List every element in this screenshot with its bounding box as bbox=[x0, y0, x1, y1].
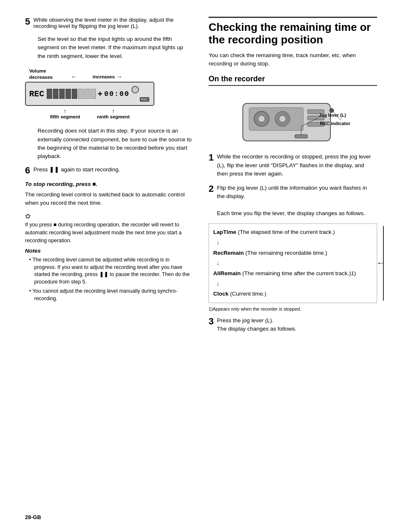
tip-text: If you press ■ during recording operatio… bbox=[25, 221, 192, 244]
step-6-content: Press ❚❚ again to start recording. bbox=[33, 166, 120, 173]
display-item-allremain: AllRemain (The remaining time after the … bbox=[213, 269, 364, 279]
ninth-segment-label-group: ↑ ninth segment bbox=[97, 108, 130, 119]
right-step-3-text1: Press the jog lever (L). bbox=[217, 317, 274, 324]
right-step-1-text: While the recorder is recording or stopp… bbox=[217, 153, 373, 178]
step-6-number: 6 bbox=[25, 166, 30, 176]
seg-2 bbox=[53, 89, 58, 99]
seg-6 bbox=[78, 89, 83, 99]
seg-7 bbox=[84, 89, 90, 99]
seg-4 bbox=[65, 89, 71, 99]
right-step-3-content: Press the jog lever (L). The display cha… bbox=[217, 316, 373, 334]
arrow-down-2: ↓ bbox=[217, 258, 364, 269]
recorder-diagram-container: Jog lever (L) REC indicator bbox=[209, 91, 377, 149]
arrow-down-3: ↓ bbox=[217, 279, 364, 289]
left-column: 5 While observing the level meter in the… bbox=[25, 17, 200, 339]
arrow-up-ninth: ↑ bbox=[112, 108, 115, 114]
clock-term: Clock bbox=[213, 291, 229, 297]
seg-5 bbox=[72, 89, 77, 99]
svg-point-3 bbox=[258, 115, 265, 122]
notes-heading: Notes bbox=[25, 248, 192, 254]
recremain-term: RecRemain bbox=[213, 250, 244, 256]
stop-recording-text: The recording level control is switched … bbox=[25, 191, 192, 208]
laptime-term: LapTime bbox=[213, 229, 236, 235]
arrow-up-fifth: ↑ bbox=[64, 108, 67, 114]
right-column: Checking the remaining time or the recor… bbox=[200, 17, 377, 339]
svg-point-5 bbox=[279, 115, 286, 122]
footnote: 1)Appears only when the recorder is stop… bbox=[209, 306, 377, 311]
recording-note: Recording does not start in this step. I… bbox=[38, 127, 192, 161]
right-step-2-number: 2 bbox=[209, 184, 214, 194]
tip-block: ✿ If you press ■ during recording operat… bbox=[25, 212, 192, 244]
jog-lever-label: Jog lever (L) bbox=[319, 113, 346, 118]
rec-label: REC bbox=[29, 89, 44, 99]
seg-8 bbox=[91, 89, 96, 99]
right-step-1: 1 While the recorder is recording or sto… bbox=[209, 153, 377, 178]
display-items-box: LapTime (The elapsed time of the current… bbox=[209, 223, 377, 303]
bracket-line bbox=[383, 226, 384, 301]
increases-label: increases bbox=[93, 74, 115, 79]
right-step-2: 2 Flip the jog lever (L) until the infor… bbox=[209, 184, 377, 218]
subsection-title: On the recorder bbox=[209, 75, 377, 85]
page-number: 28-GB bbox=[25, 514, 41, 520]
allremain-desc: (The remaining time after the current tr… bbox=[242, 270, 356, 276]
stop-recording-label: To stop recording, press ■. bbox=[25, 181, 97, 187]
step-6-text: Press ❚❚ again to start recording. bbox=[33, 166, 120, 173]
stop-recording-heading: To stop recording, press ■. bbox=[25, 181, 192, 187]
step-5-content: While observing the level meter in the d… bbox=[33, 17, 188, 29]
ninth-segment-label: ninth segment bbox=[97, 114, 130, 119]
right-step-1-number: 1 bbox=[209, 153, 214, 163]
bracket-arrow: ← bbox=[376, 223, 385, 303]
vol-decreases-label: Volume decreases bbox=[29, 68, 53, 80]
tip-icon: ✿ bbox=[25, 213, 30, 220]
right-step-2-text1: Flip the jog lever (L) until the informa… bbox=[217, 185, 367, 199]
right-step-3-text2: The display changes as follows. bbox=[217, 326, 297, 332]
right-step-3-number: 3 bbox=[209, 316, 214, 326]
step-5-block: 5 While observing the level meter in the… bbox=[25, 17, 192, 29]
step-5-text2: Set the level so that the input lights u… bbox=[38, 35, 192, 60]
section-title: Checking the remaining time or the recor… bbox=[209, 21, 377, 46]
time-display: 00:00 bbox=[104, 90, 130, 98]
segment-arrow-labels: ↑ fifth segment ↑ ninth segment bbox=[25, 108, 154, 119]
seg-1 bbox=[47, 89, 52, 99]
right-step-2-text2: Each time you flip the lever, the displa… bbox=[217, 210, 365, 216]
display-items-container: LapTime (The elapsed time of the current… bbox=[209, 223, 377, 303]
display-item-laptime: LapTime (The elapsed time of the current… bbox=[213, 227, 364, 237]
step-5-text1: While observing the level meter in the d… bbox=[33, 17, 174, 29]
rec-indicator-label: REC indicator bbox=[320, 121, 350, 126]
svg-rect-9 bbox=[295, 135, 307, 138]
notes-list: The recording level cannot be adjusted w… bbox=[25, 256, 192, 302]
right-step-3: 3 Press the jog lever (L). The display c… bbox=[209, 316, 377, 334]
notes-title: Notes bbox=[25, 248, 41, 254]
subsection-title-block: On the recorder bbox=[209, 75, 377, 86]
page-container: 5 While observing the level meter in the… bbox=[0, 0, 398, 356]
fifth-segment-label: fifth segment bbox=[50, 114, 80, 119]
laptime-desc: (The elapsed time of the current track.) bbox=[238, 229, 335, 235]
allremain-term: AllRemain bbox=[213, 270, 241, 276]
arrow-down-1: ↓ bbox=[217, 237, 364, 248]
section-title-block: Checking the remaining time or the recor… bbox=[209, 17, 377, 46]
right-step-2-content: Flip the jog lever (L) until the informa… bbox=[217, 184, 373, 218]
section-intro: You can check the remaining time, track … bbox=[209, 51, 377, 68]
recremain-desc: (The remaining recordable time.) bbox=[245, 250, 327, 256]
step-5-number: 5 bbox=[25, 17, 30, 27]
arrow-right-icon: → bbox=[116, 73, 122, 80]
tape-indicator bbox=[131, 86, 139, 93]
fifth-segment-label-group: ↑ fifth segment bbox=[50, 108, 80, 119]
arrow-left-icon: ← bbox=[71, 73, 77, 80]
meter-display-box: REC + 00:00 REC bbox=[25, 82, 154, 106]
plus-sign: + bbox=[98, 89, 103, 99]
note-1: The recording level cannot be adjusted w… bbox=[29, 256, 192, 286]
clock-desc: (Current time.) bbox=[230, 291, 267, 297]
note-2: You cannot adjust the recording level ma… bbox=[29, 288, 192, 302]
step-6-block: 6 Press ❚❚ again to start recording. bbox=[25, 166, 192, 176]
display-item-clock: Clock (Current time.) bbox=[213, 289, 364, 299]
display-item-recremain: RecRemain (The remaining recordable time… bbox=[213, 248, 364, 258]
level-meter-diagram: Volume decreases ← increases → REC bbox=[25, 68, 159, 120]
seg-3 bbox=[59, 89, 65, 99]
recorder-svg: Jog lever (L) REC indicator bbox=[230, 91, 355, 149]
rec-badge: REC bbox=[140, 97, 149, 102]
level-segments bbox=[47, 89, 96, 99]
